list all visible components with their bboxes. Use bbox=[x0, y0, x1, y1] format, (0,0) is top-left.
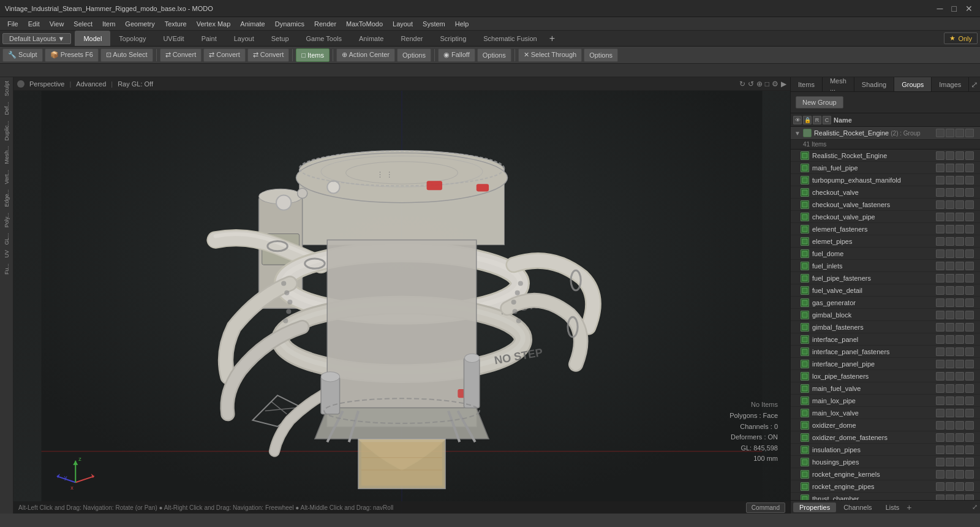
item-render-icon[interactable] bbox=[956, 262, 964, 270]
layout-dropdown-btn[interactable]: Default Layouts ▼ bbox=[2, 33, 71, 44]
menu-item-edit[interactable]: Edit bbox=[23, 19, 45, 29]
item-vis-icon[interactable] bbox=[936, 151, 944, 160]
add-tab-btn[interactable]: + bbox=[546, 33, 559, 44]
sidebar-label-edge[interactable]: Edge... bbox=[2, 187, 11, 210]
viewport-settings-icon[interactable]: ⚙ bbox=[772, 80, 778, 88]
item-child-icon[interactable] bbox=[965, 396, 974, 405]
sidebar-label-vert[interactable]: Vert... bbox=[2, 167, 11, 187]
right-tab-shading[interactable]: Shading bbox=[854, 77, 894, 91]
item-vis-icon[interactable] bbox=[936, 188, 944, 197]
item-lock-icon[interactable] bbox=[946, 188, 954, 197]
item-lock-icon[interactable] bbox=[946, 335, 954, 344]
item-render-icon[interactable] bbox=[956, 372, 964, 381]
item-render-icon[interactable] bbox=[956, 151, 964, 160]
item-vis-icon[interactable] bbox=[936, 225, 944, 233]
child-icon[interactable]: C bbox=[823, 116, 831, 124]
item-vis-icon[interactable] bbox=[936, 213, 944, 221]
item-lock-icon[interactable] bbox=[946, 470, 954, 479]
item-lock-icon[interactable] bbox=[946, 213, 954, 221]
lock-icon[interactable]: 🔒 bbox=[803, 116, 812, 124]
item-lock-icon[interactable] bbox=[946, 286, 954, 295]
presets-btn[interactable]: 📦 Presets F6 bbox=[45, 48, 99, 62]
item-render-icon[interactable] bbox=[956, 188, 964, 197]
item-lock-icon[interactable] bbox=[946, 433, 954, 442]
list-item[interactable]: housings_pipes bbox=[791, 456, 980, 468]
tab-setup[interactable]: Setup bbox=[263, 31, 298, 46]
tab-model[interactable]: Model bbox=[75, 31, 110, 46]
list-item[interactable]: interface_panel_pipe bbox=[791, 358, 980, 370]
item-vis-icon[interactable] bbox=[936, 495, 944, 501]
item-child-icon[interactable] bbox=[965, 482, 974, 491]
convert-btn-1[interactable]: ⇄ Convert bbox=[160, 48, 202, 62]
item-lock-icon[interactable] bbox=[946, 225, 954, 233]
item-child-icon[interactable] bbox=[965, 495, 974, 501]
item-child-icon[interactable] bbox=[965, 176, 974, 184]
item-lock-icon[interactable] bbox=[946, 200, 954, 209]
item-render-icon[interactable] bbox=[956, 482, 964, 491]
right-tab-items[interactable]: Items bbox=[791, 77, 823, 91]
tab-scripting[interactable]: Scripting bbox=[431, 31, 475, 46]
list-item[interactable]: rocket_engine_pipes bbox=[791, 480, 980, 493]
item-child-icon[interactable] bbox=[965, 384, 974, 393]
viewport-area[interactable]: Perspective | Advanced | Ray GL: Off ↻ ↺… bbox=[13, 77, 790, 514]
viewport-expand-icon[interactable]: ▶ bbox=[781, 80, 786, 88]
item-lock-icon[interactable] bbox=[946, 164, 954, 172]
tab-uvedit[interactable]: UVEdit bbox=[154, 31, 192, 46]
item-render-icon[interactable] bbox=[956, 384, 964, 393]
options-btn-2[interactable]: Options bbox=[477, 48, 511, 62]
item-vis-icon[interactable] bbox=[936, 347, 944, 356]
item-render-icon[interactable] bbox=[956, 421, 964, 430]
item-render-icon[interactable] bbox=[956, 200, 964, 209]
tab-animate[interactable]: Animate bbox=[350, 31, 392, 46]
group-render-icon[interactable] bbox=[956, 129, 964, 137]
item-vis-icon[interactable] bbox=[936, 200, 944, 209]
menu-item-file[interactable]: File bbox=[2, 19, 23, 29]
item-child-icon[interactable] bbox=[965, 347, 974, 356]
item-child-icon[interactable] bbox=[965, 372, 974, 381]
3d-viewport[interactable]: NO STEP NO STEP bbox=[13, 91, 790, 514]
item-vis-icon[interactable] bbox=[936, 262, 944, 270]
item-render-icon[interactable] bbox=[956, 347, 964, 356]
new-group-button[interactable]: New Group bbox=[796, 96, 843, 108]
item-render-icon[interactable] bbox=[956, 323, 964, 332]
item-child-icon[interactable] bbox=[965, 188, 974, 197]
tab-game-tools[interactable]: Game Tools bbox=[298, 31, 351, 46]
item-vis-icon[interactable] bbox=[936, 286, 944, 295]
sidebar-label-mesh[interactable]: Mesh... bbox=[2, 143, 11, 167]
menu-item-texture[interactable]: Texture bbox=[160, 19, 192, 29]
item-vis-icon[interactable] bbox=[936, 445, 944, 454]
items-btn[interactable]: □ Items bbox=[296, 48, 330, 62]
item-render-icon[interactable] bbox=[956, 311, 964, 319]
list-item[interactable]: gimbal_block bbox=[791, 309, 980, 321]
maximize-btn[interactable]: □ bbox=[949, 4, 959, 13]
item-lock-icon[interactable] bbox=[946, 237, 954, 246]
menu-item-render[interactable]: Render bbox=[309, 19, 341, 29]
item-render-icon[interactable] bbox=[956, 445, 964, 454]
item-lock-icon[interactable] bbox=[946, 151, 954, 160]
list-item[interactable]: fuel_dome bbox=[791, 248, 980, 260]
viewport-mode[interactable]: Perspective bbox=[27, 80, 67, 88]
viewport-toggle[interactable] bbox=[17, 80, 24, 88]
convert-btn-2[interactable]: ⇄ Convert bbox=[203, 48, 246, 62]
list-item[interactable]: main_lox_pipe bbox=[791, 395, 980, 407]
item-render-icon[interactable] bbox=[956, 237, 964, 246]
viewport-refresh-icon[interactable]: ↺ bbox=[748, 80, 754, 88]
item-render-icon[interactable] bbox=[956, 225, 964, 233]
tab-render[interactable]: Render bbox=[392, 31, 431, 46]
list-item[interactable]: Realistic_Rocket_Engine bbox=[791, 150, 980, 162]
list-item[interactable]: gas_generator bbox=[791, 297, 980, 309]
list-item[interactable]: checkout_valve bbox=[791, 186, 980, 199]
item-child-icon[interactable] bbox=[965, 360, 974, 368]
item-render-icon[interactable] bbox=[956, 495, 964, 501]
sidebar-label-duplic[interactable]: Duplic... bbox=[2, 118, 11, 143]
item-child-icon[interactable] bbox=[965, 311, 974, 319]
item-lock-icon[interactable] bbox=[946, 445, 954, 454]
item-lock-icon[interactable] bbox=[946, 347, 954, 356]
item-child-icon[interactable] bbox=[965, 151, 974, 160]
options-btn-3[interactable]: Options bbox=[584, 48, 618, 62]
item-vis-icon[interactable] bbox=[936, 482, 944, 491]
right-tab-mesh-...[interactable]: Mesh ... bbox=[823, 77, 854, 91]
item-lock-icon[interactable] bbox=[946, 409, 954, 417]
item-vis-icon[interactable] bbox=[936, 384, 944, 393]
sidebar-label-poly[interactable]: Poly... bbox=[2, 210, 11, 230]
